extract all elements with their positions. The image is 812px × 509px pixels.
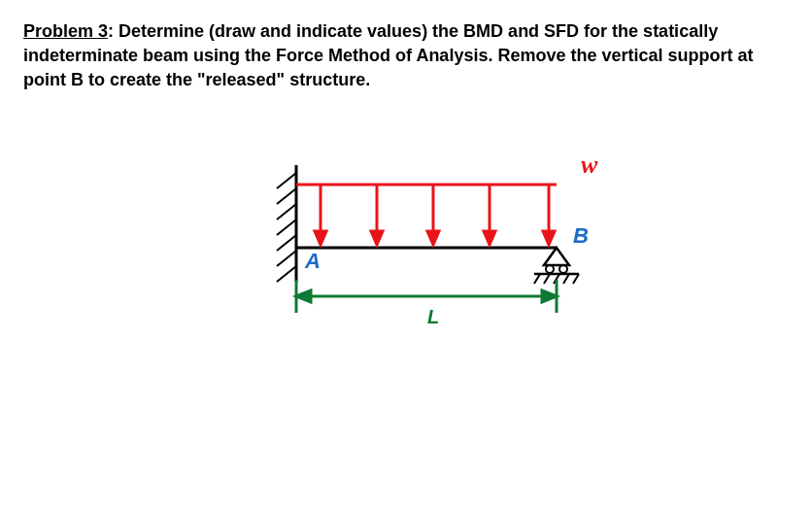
- svg-marker-9: [315, 231, 326, 245]
- fixed-support-icon: [277, 165, 296, 282]
- svg-line-7: [277, 266, 296, 282]
- svg-marker-30: [296, 290, 311, 302]
- point-b-label: B: [573, 223, 589, 249]
- problem-label: Problem 3: [23, 21, 108, 41]
- svg-line-26: [573, 274, 579, 284]
- distributed-load-arrows: [315, 185, 555, 245]
- svg-marker-31: [542, 290, 557, 302]
- svg-line-23: [544, 274, 550, 284]
- roller-support-icon: [534, 248, 579, 284]
- svg-line-3: [277, 204, 296, 220]
- svg-line-22: [534, 274, 540, 284]
- problem-body: : Determine (draw and indicate values) t…: [23, 21, 754, 89]
- svg-marker-13: [427, 231, 439, 245]
- svg-marker-11: [371, 231, 383, 245]
- svg-line-4: [277, 220, 296, 235]
- svg-marker-15: [484, 231, 495, 245]
- svg-line-2: [277, 188, 296, 204]
- dimension-line: [296, 280, 557, 313]
- load-label: w: [581, 151, 597, 180]
- svg-line-6: [277, 251, 296, 266]
- point-a-label: A: [305, 249, 321, 274]
- diagram-svg: [262, 155, 651, 350]
- svg-line-5: [277, 235, 296, 251]
- length-label: L: [427, 306, 439, 328]
- beam-diagram: A B w L: [262, 155, 651, 350]
- svg-line-1: [277, 173, 296, 188]
- svg-marker-18: [544, 248, 569, 265]
- svg-marker-17: [543, 231, 555, 245]
- problem-statement: Problem 3: Determine (draw and indicate …: [23, 19, 789, 93]
- svg-line-25: [563, 274, 569, 284]
